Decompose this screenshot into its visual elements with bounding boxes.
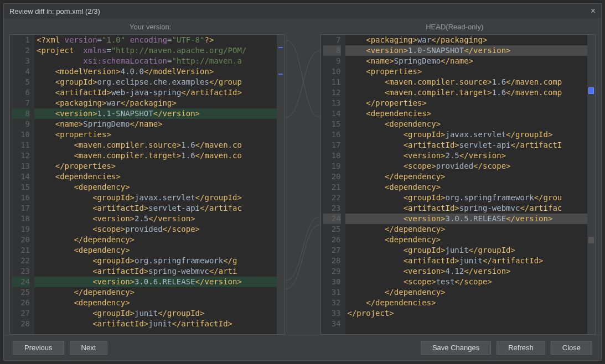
diff-dialog: Review diff in: pom.xml (2/3) × Your ver… <box>3 3 602 361</box>
diff-marker[interactable] <box>588 87 594 94</box>
diff-marker[interactable] <box>588 237 594 243</box>
left-code[interactable]: <?xml version="1.0" encoding="UTF-8"?><p… <box>34 35 277 334</box>
save-changes-button[interactable]: Save Changes <box>421 341 491 355</box>
titlebar: Review diff in: pom.xml (2/3) × <box>4 4 601 18</box>
right-pane[interactable]: 7891011121314151617181920212223242526272… <box>320 34 596 335</box>
right-scrollbar[interactable] <box>587 35 595 334</box>
diff-area: 1234567891011121314151617181920212223242… <box>4 34 601 335</box>
previous-button[interactable]: Previous <box>13 341 64 355</box>
left-gutter: 1234567891011121314151617181920212223242… <box>10 35 34 334</box>
footer: Previous Next Save Changes Refresh Close <box>4 335 601 360</box>
close-button[interactable]: Close <box>551 341 592 355</box>
right-code: <packaging>war</packaging> <version>1.0-… <box>345 35 588 334</box>
left-scrollbar[interactable] <box>277 35 285 334</box>
next-button[interactable]: Next <box>70 341 108 355</box>
right-header: HEAD(Read-only) <box>319 23 591 31</box>
left-header: Your version: <box>15 23 286 31</box>
left-pane[interactable]: 1234567891011121314151617181920212223242… <box>9 34 285 335</box>
close-icon[interactable]: × <box>591 6 596 16</box>
dialog-title: Review diff in: pom.xml (2/3) <box>9 7 100 15</box>
right-gutter: 7891011121314151617181920212223242526272… <box>321 35 345 334</box>
pane-headers: Your version: HEAD(Read-only) <box>4 18 601 34</box>
diff-connector <box>286 34 319 335</box>
refresh-button[interactable]: Refresh <box>497 341 545 355</box>
